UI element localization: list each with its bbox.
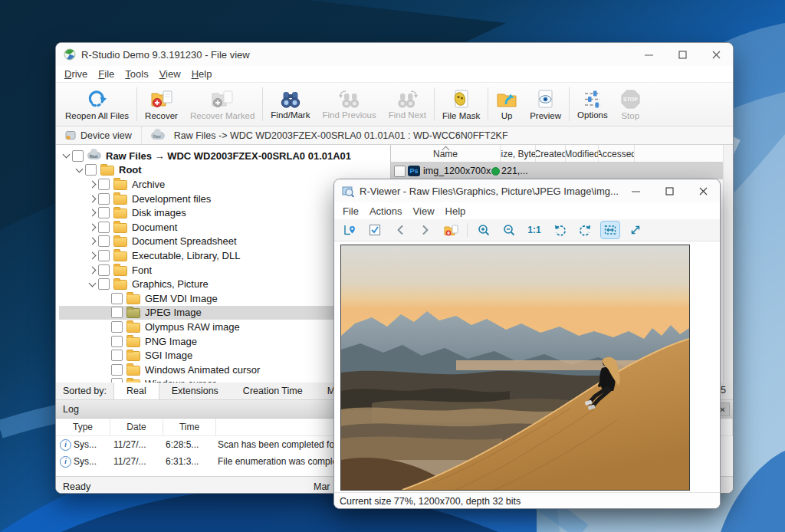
tree-expander (87, 210, 98, 215)
chevron-down-icon[interactable] (89, 279, 97, 287)
toolbar-button-label: Options (577, 110, 608, 120)
tree-checkbox[interactable] (85, 164, 97, 176)
tree-item[interactable]: Raw Files → WDC WD2003FZEX-00SRLA0 01.01… (59, 149, 390, 163)
toolbar-button-recover[interactable]: Recover (139, 84, 184, 124)
chevron-down-icon[interactable] (76, 165, 84, 172)
toolbar-button-options[interactable]: Options (571, 84, 614, 124)
tree-checkbox[interactable] (98, 235, 110, 247)
tree-checkbox[interactable] (111, 350, 123, 361)
tree-checkbox[interactable] (111, 364, 123, 376)
minimize-button[interactable] (619, 179, 652, 202)
viewer-image (340, 245, 690, 491)
folder-icon (113, 280, 127, 290)
log-column-time[interactable]: Time (163, 419, 216, 435)
toolbar-separator (569, 87, 570, 121)
folder-up-icon (496, 89, 517, 110)
chevron-right-icon[interactable] (89, 209, 97, 217)
column-header-created[interactable]: Created (536, 145, 566, 162)
chevron-down-icon[interactable] (63, 151, 71, 159)
menu-item-file[interactable]: File (93, 68, 120, 80)
minimize-button[interactable] (632, 43, 665, 66)
desktop: R-Studio Demo 9.3.191230 - File view Dri… (0, 0, 785, 532)
chevron-right-icon[interactable] (89, 266, 97, 274)
recover-file-button[interactable] (442, 222, 460, 238)
column-header-name[interactable]: Name (391, 145, 501, 162)
file-name-cell: Ps img_1200x700x24_00 (391, 166, 500, 177)
toolbar-button-reopen-all-files[interactable]: Reopen All Files (59, 84, 135, 124)
chevron-right-icon[interactable] (89, 223, 97, 231)
tree-item-label: Root (119, 164, 142, 176)
toolbar-button-file-mask[interactable]: File Mask (436, 84, 486, 124)
sort-tab-creation-time[interactable]: Creation Time (231, 383, 315, 399)
sort-tab-extensions[interactable]: Extensions (159, 383, 231, 399)
tree-checkbox[interactable] (98, 193, 110, 205)
sort-tab-real[interactable]: Real (113, 383, 159, 399)
raw-cloud-icon (87, 152, 101, 159)
tree-checkbox[interactable] (98, 222, 110, 233)
log-column-date[interactable]: Date (110, 419, 163, 435)
tab-device-view[interactable]: Device view (56, 126, 141, 144)
tree-checkbox[interactable] (98, 250, 110, 261)
previous-file-button[interactable] (391, 222, 409, 238)
folder-icon (126, 323, 140, 333)
log-column-type[interactable]: Type (56, 419, 110, 435)
column-header-accessed[interactable]: Accessed (599, 145, 635, 162)
menu-item-drive[interactable]: Drive (59, 68, 93, 80)
toolbar-button-up[interactable]: Up (490, 84, 524, 124)
column-header-modified[interactable]: Modified (566, 145, 599, 162)
tree-checkbox[interactable] (98, 264, 110, 276)
tree-checkbox[interactable] (111, 293, 123, 304)
mark-file-button[interactable] (366, 222, 384, 238)
rotate-right-button[interactable] (576, 222, 594, 238)
binoculars-icon (279, 90, 302, 109)
chevron-right-icon[interactable] (89, 252, 97, 260)
close-button[interactable] (699, 43, 733, 66)
column-header-size[interactable]: Size, Bytes (501, 145, 536, 162)
toolbar-button-preview[interactable]: Preview (524, 84, 567, 124)
rviewer-app-icon (342, 186, 354, 197)
goto-position-button[interactable] (340, 222, 359, 238)
full-screen-button[interactable] (626, 222, 645, 238)
tree-item[interactable]: Root (59, 163, 390, 178)
tree-expander (61, 154, 72, 157)
rotate-left-button[interactable] (550, 222, 569, 238)
status-marked-fragment: Mar (314, 481, 334, 492)
tree-checkbox[interactable] (98, 179, 110, 190)
maximize-button[interactable] (665, 43, 699, 66)
menu-item-help[interactable]: Help (440, 205, 471, 217)
zoom-out-button[interactable] (500, 222, 518, 238)
tree-checkbox[interactable] (111, 321, 123, 333)
tree-checkbox[interactable] (98, 207, 110, 218)
menu-item-view[interactable]: View (408, 205, 440, 217)
file-checkbox[interactable] (394, 166, 406, 177)
menu-item-file[interactable]: File (337, 205, 364, 217)
tree-checkbox[interactable] (98, 278, 110, 290)
menu-item-actions[interactable]: Actions (364, 205, 408, 217)
chevron-right-icon[interactable] (89, 195, 97, 202)
tree-expander (87, 268, 98, 273)
file-row[interactable]: Ps img_1200x700x24_00 221,... (391, 163, 733, 179)
chevron-right-icon[interactable] (89, 181, 97, 189)
tree-item-label: Disk images (132, 207, 186, 218)
tree-checkbox[interactable] (111, 336, 123, 347)
file-list-header: Name Size, Bytes Created Modified Access… (391, 145, 733, 163)
menu-item-view[interactable]: View (154, 68, 186, 80)
menu-item-tools[interactable]: Tools (120, 68, 153, 80)
tab-raw-files[interactable]: Raw Files -> WDC WD2003FZEX-00SRLA0 01.0… (141, 126, 517, 144)
actual-size-button[interactable]: 1:1 (525, 222, 544, 238)
close-button[interactable] (686, 179, 720, 202)
close-icon (712, 51, 721, 59)
tree-checkbox[interactable] (111, 307, 123, 318)
tab-label: Raw Files -> WDC WD2003FZEX-00SRLA0 01.0… (174, 130, 508, 141)
zoom-in-button[interactable] (475, 222, 493, 238)
column-header-filler (635, 145, 733, 162)
maximize-button[interactable] (652, 179, 686, 202)
menu-item-help[interactable]: Help (186, 68, 218, 80)
file-list-scrollbar[interactable] (723, 145, 733, 383)
next-file-button[interactable] (416, 222, 435, 238)
fit-to-window-button[interactable] (601, 222, 619, 238)
toolbar-button-find-previous: Find Previous (316, 84, 382, 124)
toolbar-button-find-mark[interactable]: Find/Mark (264, 84, 316, 124)
tree-checkbox[interactable] (72, 150, 84, 162)
chevron-right-icon[interactable] (89, 238, 97, 245)
